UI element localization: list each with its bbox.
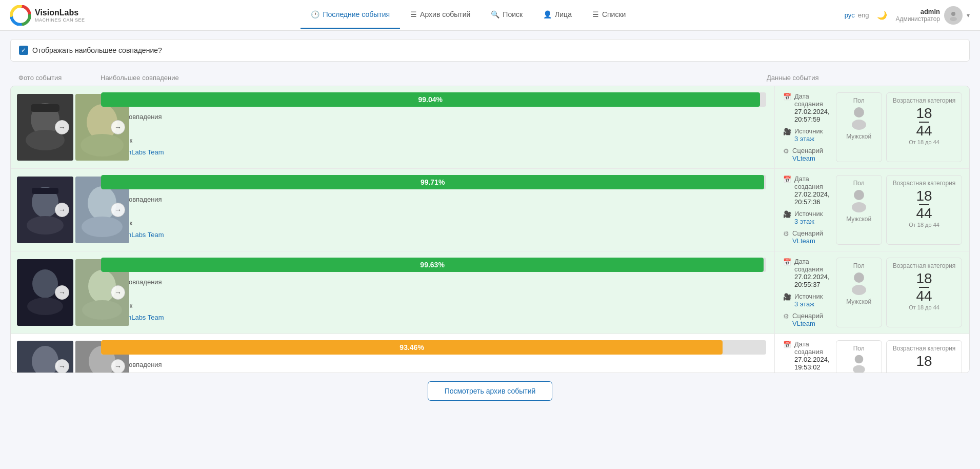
date-label-2: Дата создания (794, 175, 830, 190)
date-label-1: Дата создания (794, 92, 830, 108)
age-min-1: 18 (916, 106, 932, 121)
scenario-value-3[interactable]: VLteam (792, 320, 815, 327)
username: admin (895, 8, 940, 15)
nav-archive-label: Архив событий (420, 10, 470, 18)
match-type-value-row-1: Лицо (101, 125, 766, 132)
source-value-3[interactable]: 3 этаж (794, 300, 814, 308)
list-row-2: ☰ Список (101, 219, 766, 227)
user-menu[interactable]: admin Администратор ▾ (895, 6, 970, 25)
source-value-2[interactable]: 3 этаж (794, 218, 814, 225)
attribute-boxes-2: Пол Мужской Возрастная категория 18 44 О… (836, 175, 963, 245)
event-data-column-2: 📅 Дата создания 27.02.2024, 20:57:36 🎥 И… (774, 169, 969, 251)
svg-point-11 (852, 120, 866, 130)
filter-checkbox-row: ✓ Отображать наибольшее совпадение? (10, 39, 970, 62)
gender-box-2: Пол Мужской (836, 175, 882, 245)
match-type-value-row-3: Лицо (101, 290, 766, 298)
svg-point-14 (27, 216, 64, 234)
match-progress-3: 99.63% (101, 258, 766, 272)
match-percent-3: 99.63% (420, 261, 444, 269)
search-icon: 🔍 (491, 10, 499, 18)
photo-column-3: → → (11, 251, 93, 334)
calendar-icon-4: 📅 (783, 341, 791, 348)
source-value-1[interactable]: 3 этаж (794, 135, 814, 143)
svg-rect-15 (32, 188, 58, 194)
event-row-4: → → 93.46% 👤 (11, 334, 969, 373)
event-info-3: 📅 Дата создания 27.02.2024, 20:55:37 🎥 И… (783, 258, 830, 327)
match-percent-1: 99.04% (418, 95, 443, 104)
event-photo-1[interactable]: → (17, 94, 73, 161)
svg-rect-6 (31, 104, 59, 112)
event-info-1: 📅 Дата создания 27.02.2024, 20:57:59 🎥 И… (783, 92, 830, 162)
photo-nav-btn-4[interactable]: → (55, 359, 69, 374)
view-archive-button[interactable]: Посмотреть архив событий (428, 381, 553, 401)
logo-text: VisionLabs MACHINES CAN SEE (35, 8, 85, 23)
svg-point-25 (88, 270, 116, 303)
logo: VisionLabs MACHINES CAN SEE (10, 5, 92, 26)
date-label-4: Дата создания (794, 340, 830, 356)
svg-point-27 (854, 272, 864, 283)
age-range-3: От 18 до 44 (909, 304, 939, 310)
nav-archive-events[interactable]: ☰ Архив событий (400, 1, 481, 29)
person-silhouette-4 (849, 354, 869, 373)
header-right: рус eng 🌙 admin Администратор ▾ (845, 6, 970, 25)
date-row-3: 📅 Дата создания 27.02.2024, 20:55:37 (783, 258, 830, 288)
svg-point-9 (81, 134, 124, 157)
match-photo-nav-btn-1[interactable]: → (111, 120, 125, 134)
scenario-value-2[interactable]: VLteam (792, 237, 815, 245)
match-column-4: 93.46% 👤 Тип совпадения Лицо ☰ Список (93, 334, 774, 373)
source-label-1: Источник (794, 127, 823, 135)
svg-point-2 (950, 17, 957, 21)
theme-toggle[interactable]: 🌙 (877, 10, 887, 20)
nav-faces[interactable]: 👤 Лица (533, 1, 582, 29)
match-column-3: 99.63% 👤 Тип совпадения Лицо ☰ Список (93, 251, 774, 334)
svg-point-19 (854, 190, 864, 200)
svg-point-36 (853, 365, 865, 373)
svg-point-1 (951, 12, 955, 16)
list-value-row-2: VisionLabs Team (101, 231, 766, 239)
source-label-3: Источник (794, 292, 823, 300)
scenario-row-2: ⚙ Сценарий VLteam (783, 229, 830, 245)
nav-search[interactable]: 🔍 Поиск (481, 1, 533, 29)
photo-nav-btn-3[interactable]: → (55, 285, 69, 300)
age-box-2: Возрастная категория 18 44 От 18 до 44 (886, 175, 963, 245)
calendar-icon-3: 📅 (783, 258, 791, 266)
nav-recent-events[interactable]: 🕐 Последние события (301, 1, 400, 29)
source-row-1: 🎥 Источник 3 этаж (783, 127, 830, 143)
event-photo-3[interactable]: → (17, 259, 73, 326)
list-row-1: ☰ Список (101, 136, 766, 144)
calendar-icon-2: 📅 (783, 175, 791, 183)
lang-en[interactable]: eng (858, 11, 869, 19)
photo-nav-btn-2[interactable]: → (55, 203, 69, 217)
attribute-boxes-4: Пол Возрастная категория 18 (836, 340, 963, 373)
photo-nav-btn-1[interactable]: → (55, 120, 69, 134)
nav-lists[interactable]: ☰ Списки (582, 1, 636, 29)
list-icon: ☰ (592, 10, 599, 18)
event-row-3: → → 99.63% 👤 (11, 251, 969, 334)
scenario-value-1[interactable]: VLteam (792, 154, 815, 162)
show-best-match-checkbox[interactable]: ✓ (19, 46, 28, 55)
age-box-4: Возрастная категория 18 (886, 340, 963, 373)
events-list[interactable]: → → 99.04% (10, 86, 970, 373)
match-bar-4: 93.46% (101, 340, 723, 355)
svg-point-18 (82, 217, 123, 237)
calendar-icon-1: 📅 (783, 93, 791, 101)
lang-ru[interactable]: рус (845, 11, 855, 19)
nav-faces-label: Лица (555, 10, 572, 18)
match-photo-nav-btn-2[interactable]: → (111, 203, 125, 217)
gender-value-1: Мужской (846, 133, 871, 140)
match-progress-2: 99.71% (101, 175, 766, 189)
nav-search-label: Поиск (503, 10, 523, 18)
match-photo-nav-btn-4[interactable]: → (111, 359, 125, 374)
age-range-2: От 18 до 44 (909, 222, 939, 228)
list-value-row-1: VisionLabs Team (101, 148, 766, 156)
event-photo-4[interactable]: → (17, 341, 73, 374)
event-info-4: 📅 Дата создания 27.02.2024, 19:53:02 🎥 И… (783, 340, 830, 373)
gender-title-4: Пол (853, 345, 865, 352)
event-photo-2[interactable]: → (17, 177, 73, 243)
date-row-2: 📅 Дата создания 27.02.2024, 20:57:36 (783, 175, 830, 206)
match-progress-4: 93.46% (101, 340, 766, 355)
table-header: Фото события Наибольшее совпадение Данны… (10, 70, 970, 86)
nav-lists-label: Списки (602, 10, 626, 18)
scenario-label-3: Сценарий (792, 312, 823, 320)
match-photo-nav-btn-3[interactable]: → (111, 285, 125, 300)
